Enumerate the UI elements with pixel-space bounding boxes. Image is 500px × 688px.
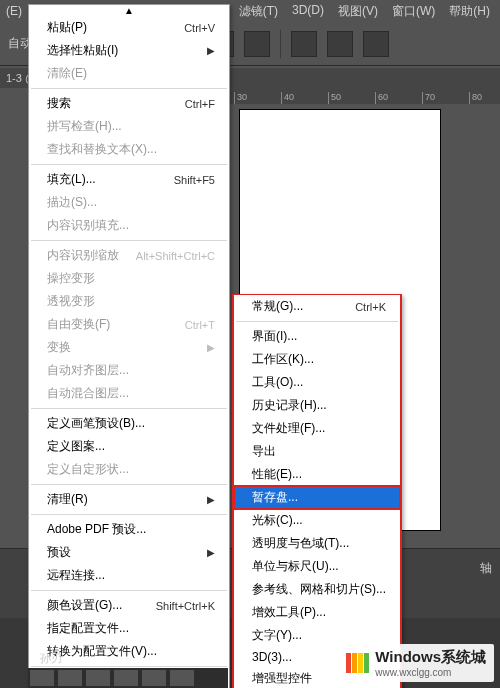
menu-item-label: 内容识别填充... [47, 217, 129, 234]
menu-item: 透视变形 [29, 290, 229, 313]
thumb[interactable] [30, 670, 54, 686]
menu-item[interactable]: 导出 [234, 440, 400, 463]
menu-shortcut: Alt+Shift+Ctrl+C [136, 250, 215, 262]
menu-item: 变换▶ [29, 336, 229, 359]
menu-item[interactable]: 透明度与色域(T)... [234, 532, 400, 555]
menu-separator [31, 484, 227, 485]
thumb[interactable] [58, 670, 82, 686]
menu-item[interactable]: 填充(L)...Shift+F5 [29, 168, 229, 191]
menu-item[interactable]: 颜色设置(G)...Shift+Ctrl+K [29, 594, 229, 617]
menu-filter[interactable]: 滤镜(T) [239, 3, 278, 20]
menu-item-label: 光标(C)... [252, 512, 303, 529]
menu-item-label: 文件处理(F)... [252, 420, 325, 437]
menu-separator [31, 408, 227, 409]
align-icon[interactable] [244, 31, 270, 57]
menu-item[interactable]: 远程连接... [29, 564, 229, 587]
menu-item[interactable]: 定义图案... [29, 435, 229, 458]
menu-separator [31, 240, 227, 241]
ruler-horizontal: 304050607080 [230, 88, 500, 104]
menu-separator [31, 88, 227, 89]
menu-item-label: 定义自定形状... [47, 461, 129, 478]
menu-item[interactable]: 工作区(K)... [234, 348, 400, 371]
menu-item: 拼写检查(H)... [29, 115, 229, 138]
menu-separator [31, 666, 227, 667]
menu-item-label: 转换为配置文件(V)... [47, 643, 157, 660]
menu-item-label: 清理(R) [47, 491, 88, 508]
menu-3d[interactable]: 3D(D) [292, 3, 324, 20]
distribute-icon[interactable] [327, 31, 353, 57]
menu-item-label: 文字(Y)... [252, 627, 302, 644]
menu-help[interactable]: 帮助(H) [449, 3, 490, 20]
menu-item[interactable]: 预设▶ [29, 541, 229, 564]
panel-tab-axis[interactable]: 轴 [480, 560, 492, 577]
menu-item-label: 性能(E)... [252, 466, 302, 483]
menu-item[interactable]: 单位与标尺(U)... [234, 555, 400, 578]
menu-item-label: 3D(3)... [252, 650, 292, 664]
menu-window[interactable]: 窗口(W) [392, 3, 435, 20]
menu-shortcut: Ctrl+K [355, 301, 386, 313]
menu-separator [31, 514, 227, 515]
menu-item-label: 查找和替换文本(X)... [47, 141, 157, 158]
edit-menu: ▲ 粘贴(P)Ctrl+V选择性粘贴(I)▶清除(E)搜索Ctrl+F拼写检查(… [28, 4, 230, 688]
menu-item-label: 搜索 [47, 95, 71, 112]
menu-item-label: 参考线、网格和切片(S)... [252, 581, 386, 598]
menu-item: 自动对齐图层... [29, 359, 229, 382]
menu-item[interactable]: 界面(I)... [234, 325, 400, 348]
menu-item-label: 颜色设置(G)... [47, 597, 122, 614]
menu-item: 查找和替换文本(X)... [29, 138, 229, 161]
menu-edit-indicator[interactable]: (E) [0, 4, 22, 18]
submenu-arrow-icon: ▶ [207, 45, 215, 56]
menu-item[interactable]: 历史记录(H)... [234, 394, 400, 417]
menu-item[interactable]: 搜索Ctrl+F [29, 92, 229, 115]
menu-separator [31, 590, 227, 591]
submenu-arrow-icon: ▶ [207, 342, 215, 353]
thumb[interactable] [170, 670, 194, 686]
menu-item-label: Adobe PDF 预设... [47, 521, 146, 538]
menu-item: 内容识别缩放Alt+Shift+Ctrl+C [29, 244, 229, 267]
menu-item-label: 透明度与色域(T)... [252, 535, 349, 552]
menu-item[interactable]: 粘贴(P)Ctrl+V [29, 16, 229, 39]
menu-item[interactable]: 参考线、网格和切片(S)... [234, 578, 400, 601]
thumb[interactable] [114, 670, 138, 686]
menu-item: 定义自定形状... [29, 458, 229, 481]
watermark-text: Windows系统城 [375, 648, 486, 667]
menu-item[interactable]: 指定配置文件... [29, 617, 229, 640]
menu-item-label: 远程连接... [47, 567, 105, 584]
menu-item-label: 定义画笔预设(B)... [47, 415, 145, 432]
menu-item-label: 透视变形 [47, 293, 95, 310]
menu-item[interactable]: 选择性粘贴(I)▶ [29, 39, 229, 62]
menu-item-label: 自由变换(F) [47, 316, 110, 333]
menu-shortcut: Ctrl+V [184, 22, 215, 34]
menu-item-label: 增效工具(P)... [252, 604, 326, 621]
distribute-icon[interactable] [291, 31, 317, 57]
thumb[interactable] [142, 670, 166, 686]
menu-item-label: 粘贴(P) [47, 19, 87, 36]
menu-view[interactable]: 视图(V) [338, 3, 378, 20]
menu-item-label: 变换 [47, 339, 71, 356]
menu-item-label: 内容识别缩放 [47, 247, 119, 264]
menu-item-label: 常规(G)... [252, 298, 303, 315]
menu-shortcut: Shift+Ctrl+K [156, 600, 215, 612]
separator [280, 30, 281, 58]
thumb[interactable] [86, 670, 110, 686]
menu-item-label: 描边(S)... [47, 194, 97, 211]
menu-item[interactable]: 定义画笔预设(B)... [29, 412, 229, 435]
menu-item-label: 界面(I)... [252, 328, 297, 345]
menu-item: 自由变换(F)Ctrl+T [29, 313, 229, 336]
menu-scroll-up-icon[interactable]: ▲ [29, 5, 229, 16]
menu-item-label: 自动混合图层... [47, 385, 129, 402]
menu-item[interactable]: 性能(E)... [234, 463, 400, 486]
menu-item[interactable]: 暂存盘... [234, 486, 400, 509]
menu-item-label: 暂存盘... [252, 489, 298, 506]
menu-item[interactable]: Adobe PDF 预设... [29, 518, 229, 541]
menu-shortcut: Shift+F5 [174, 174, 215, 186]
menu-shortcut: Ctrl+F [185, 98, 215, 110]
menu-item[interactable]: 光标(C)... [234, 509, 400, 532]
distribute-icon[interactable] [363, 31, 389, 57]
menu-item[interactable]: 增效工具(P)... [234, 601, 400, 624]
menu-item[interactable]: 工具(O)... [234, 371, 400, 394]
menu-item[interactable]: 常规(G)...Ctrl+K [234, 295, 400, 318]
menu-item[interactable]: 清理(R)▶ [29, 488, 229, 511]
menu-item[interactable]: 文件处理(F)... [234, 417, 400, 440]
menu-item-label: 清除(E) [47, 65, 87, 82]
